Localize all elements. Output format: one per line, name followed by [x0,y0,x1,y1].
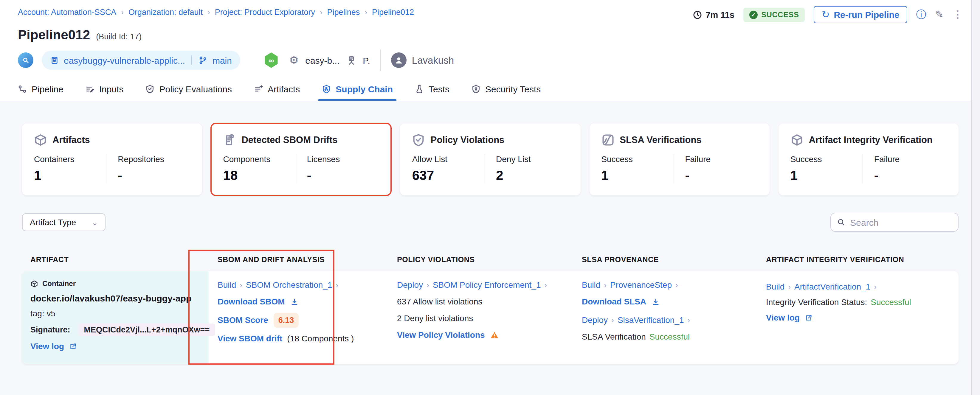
step-link[interactable]: SlsaVerification_1 [617,314,684,326]
tab-artifacts[interactable]: Artifacts [254,78,300,101]
step-link[interactable]: SBOM Policy Enforcement_1 [433,279,541,291]
git-branch-icon [199,56,208,65]
view-policy-violations-link[interactable]: View Policy Violations [397,330,485,341]
search-box [830,213,959,232]
column-header-integrity: ARTIFACT INTEGRITY VERIFICATION [766,255,959,264]
artifact-type-badge: Container [30,279,200,288]
stage-link[interactable]: Build [766,281,784,292]
supply-chain-shield-icon [322,85,331,94]
tab-inputs[interactable]: Inputs [86,78,124,101]
chevron-right-icon: › [675,279,678,291]
gear-icon: ⚙ [289,54,299,67]
artifact-cell: Container docker.io/lavakush07/easy-bugg… [22,271,208,364]
breadcrumb-pipelines[interactable]: Pipelines [327,8,360,17]
execution-controls: 7m 11s ✓ SUCCESS ↻ Re-run Pipeline ⓘ ✎ ⋮ [692,6,963,23]
view-log-link[interactable]: View log [30,341,64,351]
card-detected-sbom-drifts: Detected SBOM Drifts Components18 Licens… [211,123,391,195]
build-id-label: (Build Id: 17) [96,32,142,41]
stat-label: Components [223,154,295,164]
card-policy-violations: Policy Violations Allow List637 Deny Lis… [400,123,580,195]
view-log-link[interactable]: View log [766,312,800,324]
refresh-icon: ↻ [822,9,830,20]
breadcrumb-project[interactable]: Project: Product Exploratory [215,8,315,17]
column-header-policy-violations: POLICY VIOLATIONS [397,255,582,264]
supply-chain-content: Artifacts Containers1 Repositories- Dete… [0,101,980,395]
breadcrumb-account[interactable]: Account: Automation-SSCA [18,8,116,17]
harness-ci-icon: ∞ [264,52,278,68]
chevron-right-icon: › [611,314,614,326]
search-icon [837,217,845,227]
deny-list-violations: 2 Deny list violations [397,313,570,324]
tab-security-tests[interactable]: Security Tests [471,78,541,101]
artifact-type-label: Artifact Type [30,217,76,227]
codebase-icon [18,52,33,68]
step-link[interactable]: ArtifactVerification_1 [794,281,870,292]
tab-pipeline[interactable]: Pipeline [18,78,64,101]
repository-icon [50,56,59,65]
signature-value: MEQCICde2Vjl...L+2+mqnOXw== [79,324,215,336]
view-sbom-drift-link[interactable]: View SBOM drift [218,333,282,344]
stage-link[interactable]: Build [582,279,600,291]
page-title: Pipeline012 [18,27,90,43]
trigger-source-label: easy-b... [305,55,339,65]
inputs-icon [86,85,94,94]
repo-branch-chip[interactable]: easybuggy-vulnerable-applic... main [42,51,240,70]
workstation-icon [346,55,356,65]
tab-tests[interactable]: Tests [415,78,449,101]
column-header-slsa-provenance: SLSA PROVENANCE [582,255,766,264]
chevron-down-icon: ⌄ [92,218,98,227]
chevron-right-icon: › [687,314,690,326]
divider [380,49,381,71]
stage-link[interactable]: Deploy [582,314,608,326]
chevron-right-icon: › [544,279,547,291]
stat-label: Failure [874,154,947,164]
card-title: Detected SBOM Drifts [242,135,337,145]
download-slsa-link[interactable]: Download SLSA [582,296,646,308]
search-input[interactable] [850,217,952,227]
stat-label: Deny List [496,154,568,164]
card-slsa-verifications: SLSA Verifications Success1 Failure- [589,123,769,195]
download-sbom-link[interactable]: Download SBOM [218,296,285,308]
download-icon [652,298,660,306]
chevron-right-icon: › [874,281,877,292]
stat-label: Repositories [118,154,190,164]
warning-icon [490,331,499,339]
stage-link[interactable]: Build [218,279,236,291]
breadcrumb-current-pipeline[interactable]: Pipeline012 [372,8,414,17]
integrity-status-value: Successful [870,297,911,308]
download-icon [290,298,299,306]
edit-pipeline-icon[interactable]: ✎ [935,8,944,21]
stage-link[interactable]: Deploy [397,279,423,291]
execution-tabbar: Pipeline Inputs Policy Evaluations Artif… [0,78,980,101]
cube-icon [791,133,803,147]
trigger-info: ∞ ⚙ easy-b... P. [264,52,370,68]
rerun-pipeline-button[interactable]: ↻ Re-run Pipeline [814,6,907,23]
status-badge: ✓ SUCCESS [743,8,805,22]
stat-value: 2 [496,168,568,184]
drift-components-note: (18 Components ) [287,333,354,344]
sbom-score-badge: 6.13 [274,313,299,328]
artifact-type-dropdown[interactable]: Artifact Type ⌄ [22,213,106,231]
trigger-user-label: P. [363,55,370,65]
more-options-icon[interactable]: ⋮ [953,8,963,21]
tab-policy-evaluations[interactable]: Policy Evaluations [146,78,232,101]
card-title: Artifact Integrity Verification [809,135,932,145]
step-link[interactable]: SBOM Orchestration_1 [246,279,332,291]
allow-list-violations: 637 Allow list violations [397,296,570,308]
integrity-verification-cell: Build › ArtifactVerification_1 › Integri… [766,271,959,364]
breadcrumb-organization[interactable]: Organization: default [129,8,203,17]
sbom-score-link[interactable]: SBOM Score [218,314,268,326]
artifact-table-row: Container docker.io/lavakush07/easy-bugg… [22,271,959,364]
step-link[interactable]: ProvenanceStep [610,279,672,291]
chevron-right-icon: › [240,279,242,291]
chevron-right-icon: › [336,279,338,291]
cube-icon [34,133,47,147]
avatar [391,52,407,68]
info-icon[interactable]: ⓘ [916,8,926,21]
tab-supply-chain[interactable]: Supply Chain [322,78,393,101]
chevron-right-icon: › [320,8,323,17]
table-header-row: ARTIFACT SBOM AND DRIFT ANALYSIS POLICY … [22,255,959,264]
signature-label: Signature: [30,325,70,334]
tab-label: Artifacts [268,84,300,94]
vertical-scrollbar[interactable] [971,0,980,395]
